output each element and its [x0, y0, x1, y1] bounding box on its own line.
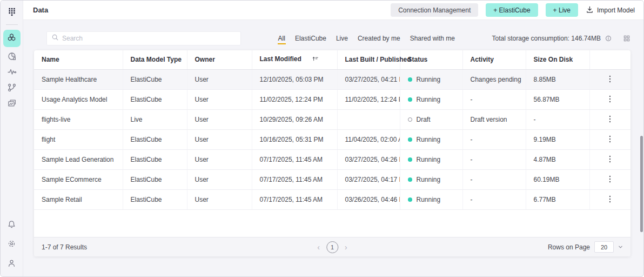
table-row[interactable]: Sample Retail ElastiCube User 07/17/2025…	[34, 189, 630, 209]
import-model-button[interactable]: Import Model	[586, 5, 635, 15]
column-header-size-on-disk[interactable]: Size On Disk	[526, 50, 589, 69]
toolbar-row: AllElastiCubeLiveCreated by meShared wit…	[46, 31, 630, 45]
column-label: Owner	[195, 56, 215, 63]
model-name: flights-live	[42, 116, 70, 123]
column-header-last-modified[interactable]: Last Modified	[252, 50, 337, 69]
filter-tab-shared-with-me[interactable]: Shared with me	[410, 33, 455, 44]
column-header-status[interactable]: Status	[400, 50, 462, 69]
sidebar-item-analytics[interactable]	[3, 50, 21, 65]
row-menu-kebab-icon[interactable]	[606, 194, 614, 204]
search-input[interactable]	[62, 35, 236, 42]
rows-per-page-control: Rows on Page 20	[548, 241, 623, 253]
filter-tab-live[interactable]: Live	[336, 33, 348, 44]
results-count-label: 1-7 of 7 Results	[42, 243, 87, 251]
model-type: Live	[131, 116, 143, 123]
scrollbar-thumb[interactable]	[640, 136, 643, 232]
status-dot	[408, 137, 412, 142]
row-menu-kebab-icon[interactable]	[606, 74, 614, 84]
pagination: ‹ 1 ›	[317, 241, 347, 253]
row-menu-kebab-icon[interactable]	[606, 114, 614, 124]
header-actions: Connection Management + ElastiCube + Liv…	[391, 3, 635, 17]
model-name: Sample Retail	[42, 196, 82, 203]
filter-tab-created-by-me[interactable]: Created by me	[357, 33, 401, 44]
last-built-value: 11/02/2025, 12:24 PM	[345, 96, 400, 103]
sidebar-item-notifications[interactable]	[3, 219, 21, 231]
column-header-data-model-type[interactable]: Data Model Type	[123, 50, 187, 69]
data-models-icon	[6, 32, 17, 45]
activity-value: -	[471, 176, 473, 183]
column-header-last-built-published[interactable]: Last Built / Published	[337, 50, 400, 69]
size-on-disk-value: 4.87MB	[534, 156, 556, 163]
last-modified-value: 10/16/2025, 05:31 PM	[260, 136, 324, 143]
filter-tab-all[interactable]: All	[278, 33, 286, 44]
last-built-value: 03/27/2025, 04:26 PM	[345, 156, 400, 163]
row-menu-kebab-icon[interactable]	[606, 94, 614, 104]
prev-page-button[interactable]: ‹	[317, 243, 320, 251]
sidebar-item-profile[interactable]	[3, 258, 21, 270]
sidebar-item-data[interactable]	[3, 30, 21, 47]
status-label: Running	[417, 196, 441, 203]
sidebar-item-settings[interactable]	[3, 239, 21, 250]
import-model-label: Import Model	[597, 6, 635, 14]
connection-management-button[interactable]: Connection Management	[391, 3, 478, 17]
size-on-disk-value: 9.19MB	[534, 136, 556, 143]
table-row[interactable]: flight ElastiCube User 10/16/2025, 05:31…	[34, 129, 630, 149]
data-models-card: NameData Model TypeOwnerLast Modified La…	[34, 50, 630, 256]
activity-value: -	[471, 96, 473, 103]
status-dot	[408, 117, 412, 122]
column-header-owner[interactable]: Owner	[187, 50, 252, 69]
last-modified-value: 10/29/2025, 09:26 AM	[260, 116, 323, 123]
model-owner: User	[195, 136, 209, 143]
size-on-disk-value: 56.87MB	[534, 96, 560, 103]
model-owner: User	[195, 116, 209, 123]
table-row[interactable]: flights-live Live User 10/29/2025, 09:26…	[34, 109, 630, 129]
column-label: Activity	[471, 56, 494, 63]
sidebar-item-usage[interactable]	[3, 81, 21, 96]
row-menu-kebab-icon[interactable]	[606, 154, 614, 164]
activity-value: Draft version	[471, 116, 507, 123]
page-title: Data	[33, 6, 48, 14]
sidebar-item-pulse[interactable]	[3, 65, 21, 81]
next-page-button[interactable]: ›	[345, 243, 347, 251]
column-header-activity[interactable]: Activity	[462, 50, 526, 69]
current-page-button[interactable]: 1	[326, 241, 338, 253]
status-label: Running	[417, 96, 441, 103]
model-owner: User	[195, 76, 209, 83]
sisense-logo[interactable]	[6, 6, 17, 19]
analytics-pie-icon	[7, 51, 17, 63]
sidebar	[1, 1, 23, 276]
chevron-down-icon[interactable]	[618, 245, 623, 249]
info-icon[interactable]	[605, 35, 612, 42]
model-name: Usage Analytics Model	[42, 96, 107, 103]
model-type: ElastiCube	[131, 136, 162, 143]
status-label: Running	[417, 176, 441, 183]
column-label: Data Model Type	[131, 56, 182, 63]
rows-per-page-select[interactable]: 20	[594, 241, 614, 253]
grid-view-toggle-icon[interactable]	[623, 35, 630, 42]
table-row[interactable]: Sample Lead Generation ElastiCube User 0…	[34, 149, 630, 169]
content-area: AllElastiCubeLiveCreated by meShared wit…	[23, 20, 643, 276]
activity-value: -	[471, 136, 473, 143]
row-menu-kebab-icon[interactable]	[606, 134, 614, 144]
last-modified-value: 12/10/2025, 05:03 PM	[260, 76, 324, 83]
status-label: Running	[417, 136, 441, 143]
column-header-name[interactable]: Name	[34, 50, 123, 69]
sort-filter-icon[interactable]	[312, 56, 319, 64]
table-row[interactable]: Sample Healthcare ElastiCube User 12/10/…	[34, 69, 630, 89]
model-type: ElastiCube	[131, 96, 162, 103]
user-icon	[7, 259, 16, 270]
top-header: Data Connection Management + ElastiCube …	[23, 1, 643, 20]
row-menu-kebab-icon[interactable]	[606, 174, 614, 184]
add-elasticube-button[interactable]: + ElastiCube	[486, 3, 538, 17]
sidebar-item-admin[interactable]	[3, 97, 21, 112]
filter-tabs: AllElastiCubeLiveCreated by meShared wit…	[278, 33, 455, 44]
model-type: ElastiCube	[131, 196, 162, 203]
table-row[interactable]: Sample ECommerce ElastiCube User 07/17/2…	[34, 169, 630, 189]
add-live-button[interactable]: + Live	[546, 3, 578, 17]
status-dot	[408, 97, 412, 102]
filter-tab-elasticube[interactable]: ElastiCube	[294, 33, 327, 44]
status-label: Running	[417, 76, 441, 83]
last-modified-value: 07/17/2025, 11:45 AM	[260, 156, 323, 163]
table-row[interactable]: Usage Analytics Model ElastiCube User 11…	[34, 89, 630, 109]
data-models-table: NameData Model TypeOwnerLast Modified La…	[34, 50, 630, 210]
